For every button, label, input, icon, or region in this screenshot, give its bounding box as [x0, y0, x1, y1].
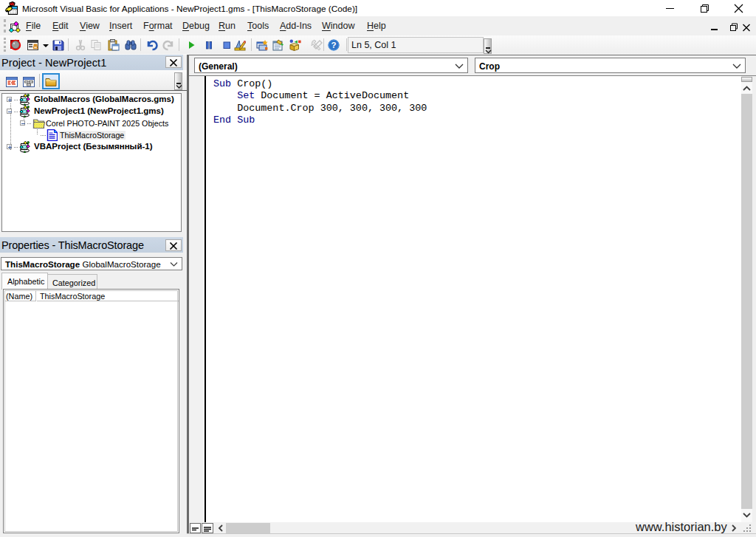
svg-text:?: ? [331, 41, 336, 49]
